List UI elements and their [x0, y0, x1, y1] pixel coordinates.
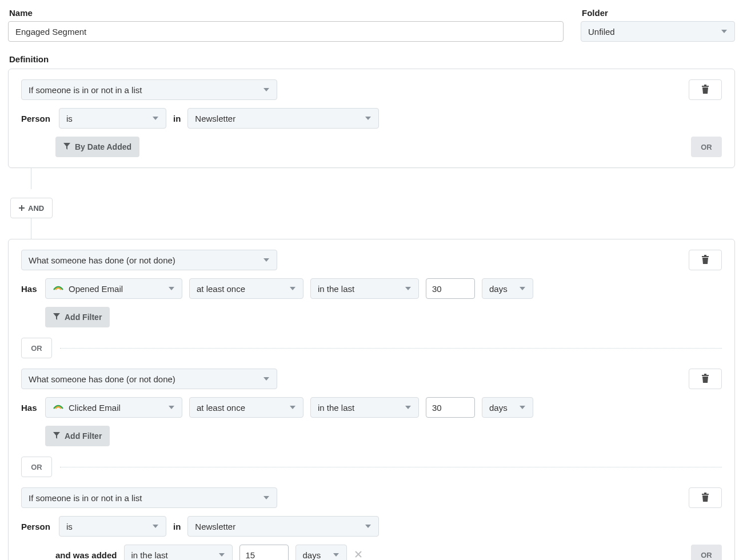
- klaviyo-icon: [53, 282, 64, 295]
- folder-select-value: Unfiled: [588, 27, 615, 37]
- svg-marker-5: [365, 117, 371, 120]
- person-prefix: Person: [21, 114, 52, 123]
- chevron-down-icon: [405, 404, 412, 411]
- chevron-down-icon: [365, 523, 372, 530]
- group-connector: [8, 218, 735, 239]
- or-divider: OR: [21, 457, 722, 477]
- condition-type-value: What someone has done (or not done): [29, 255, 175, 265]
- operator-value: is: [66, 522, 73, 531]
- add-filter-button[interactable]: Add Filter: [45, 426, 110, 446]
- metric-value: Clicked Email: [69, 403, 121, 413]
- days-count-input[interactable]: [426, 397, 475, 418]
- trash-icon: [701, 493, 709, 503]
- list-select[interactable]: Newsletter: [187, 108, 379, 129]
- svg-rect-21: [704, 493, 706, 494]
- delete-condition-button[interactable]: [689, 79, 722, 100]
- trash-icon: [701, 374, 709, 385]
- chevron-down-icon: [168, 285, 175, 292]
- chevron-down-icon: [405, 285, 412, 292]
- svg-marker-16: [169, 406, 174, 409]
- connector-line: [31, 218, 31, 239]
- or-separator[interactable]: OR: [21, 457, 52, 477]
- add-filter-button[interactable]: Add Filter: [45, 307, 110, 327]
- chevron-down-icon: [263, 86, 270, 93]
- timeframe-select[interactable]: in the last: [310, 278, 419, 299]
- by-date-added-button[interactable]: By Date Added: [55, 137, 139, 157]
- days-count-input[interactable]: [426, 278, 475, 299]
- svg-marker-4: [153, 117, 158, 120]
- condition-type-select[interactable]: What someone has done (or not done): [21, 369, 277, 389]
- and-label: AND: [28, 204, 44, 213]
- frequency-select[interactable]: at least once: [189, 278, 303, 299]
- condition-type-select[interactable]: If someone is in or not in a list: [21, 79, 277, 100]
- metric-select[interactable]: Clicked Email: [45, 397, 182, 418]
- klaviyo-icon: [53, 401, 64, 414]
- svg-rect-7: [704, 255, 706, 256]
- svg-rect-2: [704, 85, 706, 86]
- trash-icon: [701, 255, 709, 266]
- or-button[interactable]: OR: [691, 137, 722, 157]
- or-separator[interactable]: OR: [21, 338, 52, 358]
- condition-type-select[interactable]: If someone is in or not in a list: [21, 487, 277, 508]
- chevron-down-icon: [333, 551, 339, 558]
- frequency-select[interactable]: at least once: [189, 397, 303, 418]
- connector-line: [31, 167, 31, 189]
- chevron-down-icon: [218, 551, 225, 558]
- unit-select[interactable]: days: [482, 278, 533, 299]
- chevron-down-icon: [168, 404, 175, 411]
- delete-condition-button[interactable]: [689, 487, 722, 508]
- operator-select[interactable]: is: [59, 108, 166, 129]
- or-button[interactable]: OR: [691, 545, 722, 560]
- folder-select[interactable]: Unfiled: [581, 21, 735, 42]
- add-filter-label: Add Filter: [65, 313, 102, 322]
- chevron-down-icon: [263, 257, 270, 263]
- unit-value: days: [303, 550, 321, 560]
- in-text: in: [173, 522, 181, 531]
- metric-value: Opened Email: [69, 284, 123, 294]
- trash-icon: [701, 85, 709, 95]
- chevron-down-icon: [263, 375, 270, 382]
- svg-marker-9: [169, 287, 174, 290]
- operator-value: is: [66, 114, 73, 123]
- timeframe-value: in the last: [131, 550, 168, 560]
- name-label: Name: [9, 8, 564, 18]
- filter-icon: [53, 431, 60, 441]
- has-prefix: Has: [21, 403, 38, 413]
- or-divider: OR: [21, 338, 722, 358]
- chevron-down-icon: [289, 285, 296, 292]
- condition-type-value: What someone has done (or not done): [29, 374, 175, 384]
- plus-icon: [19, 204, 25, 213]
- chevron-down-icon: [152, 115, 159, 122]
- svg-marker-25: [219, 553, 225, 557]
- timeframe-select[interactable]: in the last: [310, 397, 419, 418]
- filter-icon: [53, 313, 60, 322]
- timeframe-select[interactable]: in the last: [124, 545, 233, 560]
- svg-marker-13: [263, 377, 269, 381]
- chevron-down-icon: [721, 28, 728, 35]
- condition-type-select[interactable]: What someone has done (or not done): [21, 250, 277, 270]
- svg-marker-26: [333, 553, 339, 557]
- metric-select[interactable]: Opened Email: [45, 278, 182, 299]
- svg-marker-11: [405, 287, 411, 290]
- list-select[interactable]: Newsletter: [187, 516, 379, 537]
- operator-select[interactable]: is: [59, 516, 166, 537]
- delete-condition-button[interactable]: [689, 369, 722, 389]
- svg-marker-17: [290, 406, 295, 409]
- frequency-value: at least once: [197, 284, 245, 294]
- unit-select[interactable]: days: [482, 397, 533, 418]
- days-count-input[interactable]: [239, 545, 289, 560]
- group-connector: [8, 168, 735, 189]
- person-prefix: Person: [21, 522, 52, 531]
- and-button[interactable]: AND: [10, 198, 53, 218]
- has-prefix: Has: [21, 284, 38, 294]
- condition-group-1: If someone is in or not in a list Person…: [8, 69, 735, 168]
- list-value: Newsletter: [195, 114, 235, 123]
- timeframe-value: in the last: [318, 403, 354, 413]
- svg-marker-23: [153, 525, 158, 528]
- unit-select[interactable]: days: [295, 545, 347, 560]
- remove-filter-button[interactable]: [354, 550, 363, 561]
- in-text: in: [173, 114, 181, 123]
- condition-type-value: If someone is in or not in a list: [29, 493, 142, 503]
- delete-condition-button[interactable]: [689, 250, 722, 270]
- name-input[interactable]: [8, 21, 564, 42]
